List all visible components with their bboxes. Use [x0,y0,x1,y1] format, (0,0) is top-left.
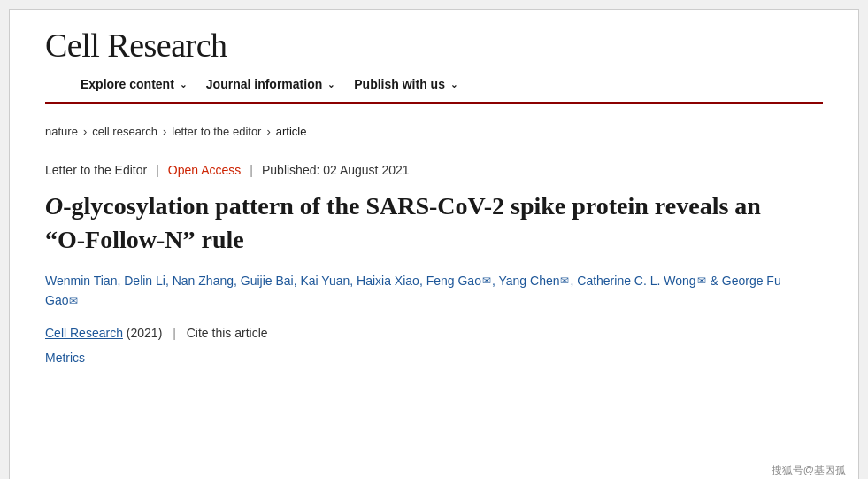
email-icon-yang-chen[interactable]: ✉ [560,273,569,290]
chevron-down-icon: ⌄ [180,80,187,89]
breadcrumb-sep-2: › [163,125,166,138]
citation-year-text: (2021) [127,326,162,340]
citation-separator: | [169,326,179,340]
author-wenmin-tian[interactable]: Wenmin Tian [45,274,117,288]
watermark: 搜狐号@基因孤 [768,461,849,479]
page-wrapper: Cell Research Explore content ⌄ Journal … [9,9,859,479]
author-guijie-bai[interactable]: Guijie Bai [241,274,294,288]
author-nan-zhang[interactable]: Nan Zhang [173,274,234,288]
breadcrumb-sep-1: › [83,125,87,138]
breadcrumb-sep-3: › [266,125,270,138]
article-type-label: Letter to the Editor [45,163,147,177]
authors: Wenmin Tian, Delin Li, Nan Zhang, Guijie… [45,271,806,311]
meta-divider-1: | [156,163,159,177]
breadcrumb-letter[interactable]: letter to the editor [172,125,261,138]
nav-bar: Explore content ⌄ Journal information ⌄ … [45,77,823,104]
author-feng-gao[interactable]: Feng Gao [426,274,481,288]
journal-title: Cell Research [45,26,823,65]
article-meta: Letter to the Editor | Open Access | Pub… [45,163,823,177]
chevron-down-icon: ⌄ [450,80,457,89]
article-section: Letter to the Editor | Open Access | Pub… [10,145,858,382]
nav-publish-with-us[interactable]: Publish with us ⌄ [354,77,472,91]
email-icon-catherine[interactable]: ✉ [697,273,706,290]
breadcrumb-cell-research[interactable]: cell research [92,125,157,138]
metrics-link[interactable]: Metrics [45,351,823,365]
title-text: -glycosylation pattern of the SARS-CoV-2… [45,192,761,253]
cite-this-article-link[interactable]: Cite this article [187,326,268,340]
breadcrumb: nature › cell research › letter to the e… [10,112,858,145]
header: Cell Research Explore content ⌄ Journal … [10,10,858,112]
author-delin-li[interactable]: Delin Li [124,274,165,288]
author-yang-chen[interactable]: Yang Chen [498,274,559,288]
published-date: Published: 02 August 2021 [262,163,410,177]
author-haixia-xiao[interactable]: Haixia Xiao [357,274,419,288]
meta-divider-2: | [250,163,253,177]
breadcrumb-nature[interactable]: nature [45,125,78,138]
title-italic-o: O [45,192,63,220]
email-icon-george[interactable]: ✉ [69,293,78,310]
nav-explore-content[interactable]: Explore content ⌄ [81,77,201,91]
breadcrumb-article: article [276,125,307,138]
author-catherine[interactable]: Catherine C. L. Wong [577,274,695,288]
article-title: O-glycosylation pattern of the SARS-CoV-… [45,189,806,257]
author-kai-yuan[interactable]: Kai Yuan [300,274,350,288]
chevron-down-icon: ⌄ [327,80,334,89]
email-icon-feng-gao[interactable]: ✉ [482,273,491,290]
citation-journal-link[interactable]: Cell Research [45,326,123,340]
citation-section: Cell Research (2021) | Cite this article [45,326,823,340]
open-access-badge: Open Access [168,163,242,177]
nav-journal-information[interactable]: Journal information ⌄ [206,77,349,91]
